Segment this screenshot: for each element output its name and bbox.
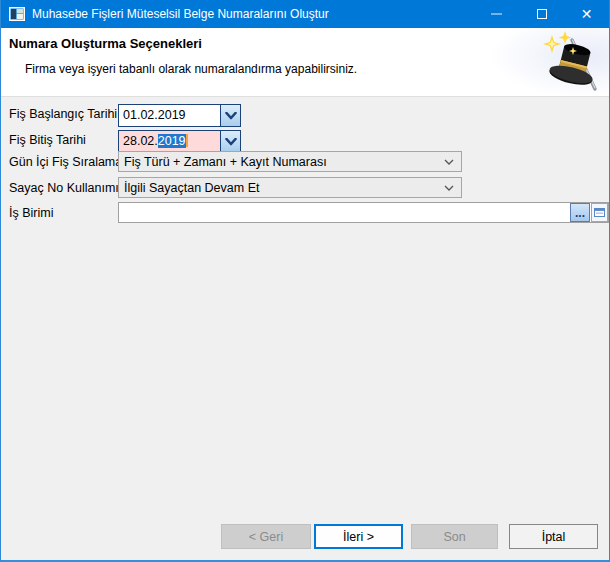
- browse-ellipsis-button[interactable]: ...: [570, 203, 590, 222]
- start-date-label: Fiş Başlangıç Tarihi: [9, 107, 117, 121]
- back-button[interactable]: < Geri: [221, 524, 311, 549]
- mini-window-icon: [594, 208, 605, 217]
- counter-value: İlgili Sayaçtan Devam Et: [119, 181, 437, 195]
- window-title: Muhasebe Fişleri Müteselsil Belge Numara…: [32, 7, 329, 21]
- chevron-down-icon: [437, 185, 461, 191]
- counter-combobox[interactable]: İlgili Sayaçtan Devam Et: [118, 177, 462, 198]
- page-title: Numara Oluşturma Seçenekleri: [9, 36, 202, 51]
- maximize-icon: [537, 9, 547, 19]
- end-date-field[interactable]: 28.02.2019: [118, 130, 241, 153]
- end-date-value[interactable]: 28.02.2019: [119, 131, 220, 152]
- business-unit-field: ...: [118, 202, 609, 223]
- chevron-down-icon: [225, 138, 237, 146]
- start-date-dropdown-button[interactable]: [220, 105, 240, 126]
- page-subtitle: Firma veya işyeri tabanlı olarak numaral…: [25, 62, 357, 76]
- sort-label: Gün İçi Fiş Sıralama: [9, 155, 122, 169]
- selected-text: 2019: [158, 134, 186, 148]
- sort-combobox[interactable]: Fiş Türü + Zamanı + Kayıt Numarası: [118, 151, 462, 172]
- chevron-down-icon: [225, 112, 237, 120]
- minimize-icon: [491, 13, 502, 15]
- cancel-button[interactable]: İptal: [509, 524, 598, 549]
- end-date-label: Fiş Bitiş Tarihi: [9, 133, 86, 147]
- wizard-header: Numara Oluşturma Seçenekleri Firma veya …: [1, 28, 609, 97]
- caption-buttons: ✕: [474, 0, 609, 28]
- business-unit-label: İş Birimi: [9, 206, 53, 220]
- titlebar: Muhasebe Fişleri Müteselsil Belge Numara…: [1, 0, 609, 28]
- close-button[interactable]: ✕: [564, 0, 609, 28]
- minimize-button[interactable]: [474, 0, 519, 28]
- finish-button[interactable]: Son: [411, 524, 498, 549]
- chevron-down-icon: [437, 159, 461, 165]
- end-date-dropdown-button[interactable]: [220, 131, 240, 152]
- magic-hat-icon: [542, 31, 604, 95]
- next-button[interactable]: İleri >: [314, 524, 403, 549]
- business-unit-input[interactable]: [119, 203, 569, 222]
- dialog-window: Muhasebe Fişleri Müteselsil Belge Numara…: [0, 0, 610, 562]
- start-date-value[interactable]: 01.02.2019: [119, 105, 220, 126]
- detail-window-button[interactable]: [591, 203, 608, 222]
- text-caret: [186, 134, 188, 147]
- sort-value: Fiş Türü + Zamanı + Kayıt Numarası: [119, 155, 437, 169]
- app-icon: [9, 7, 25, 21]
- start-date-field[interactable]: 01.02.2019: [118, 104, 241, 127]
- counter-label: Sayaç No Kullanımı: [9, 181, 119, 195]
- maximize-button[interactable]: [519, 0, 564, 28]
- close-icon: ✕: [581, 7, 593, 21]
